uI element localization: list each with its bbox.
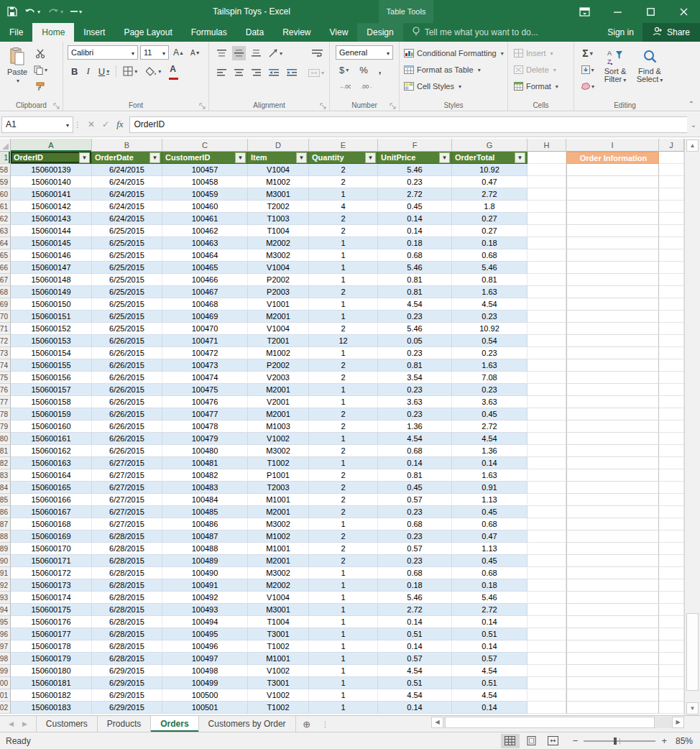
cell[interactable] [566,665,659,677]
cell[interactable]: 6/28/2015 [92,555,162,567]
cell[interactable]: 150600144 [11,225,92,237]
cell[interactable]: 4.54 [452,665,528,677]
cell[interactable]: 6/26/2015 [92,421,162,433]
row-header-499[interactable]: 499 [0,665,11,677]
cell[interactable] [659,592,684,604]
cell[interactable] [659,518,684,530]
cell[interactable]: 1 [309,298,378,311]
tab-page-layout[interactable]: Page Layout [114,23,181,42]
scroll-right-icon[interactable]: ▶ [672,717,684,728]
cell[interactable]: 6/25/2015 [92,262,162,274]
tab-formulas[interactable]: Formulas [182,23,236,42]
accounting-format-button[interactable]: $ [337,63,351,77]
cell[interactable] [528,616,566,628]
cell[interactable]: 100501 [162,702,248,714]
cell[interactable]: 6/24/2015 [92,188,162,201]
row-header-472[interactable]: 472 [0,335,11,347]
filter-button[interactable]: ▼ [296,152,307,163]
cell[interactable]: 150600145 [11,237,92,249]
cell[interactable]: 0.68 [378,249,452,262]
cell[interactable] [566,579,659,592]
cell[interactable]: 150600172 [11,567,92,579]
merge-center-button[interactable] [306,65,326,80]
cell[interactable]: 100491 [162,579,248,592]
cell[interactable] [566,616,659,628]
cell[interactable]: 0.45 [452,408,528,421]
filter-button[interactable]: ▼ [149,152,160,163]
cell[interactable] [659,335,684,347]
zoom-level[interactable]: 85% [674,736,700,746]
cell[interactable] [528,372,566,384]
cell[interactable]: 150600152 [11,323,92,335]
cell[interactable]: 6/27/2015 [92,457,162,469]
cell[interactable] [566,201,659,213]
clear-button[interactable] [579,79,597,93]
cell[interactable]: 150600159 [11,408,92,421]
cell[interactable]: 5.46 [452,592,528,604]
column-header-G[interactable]: G [452,139,528,152]
row-header-473[interactable]: 473 [0,347,11,359]
cell[interactable] [659,311,684,323]
normal-view-button[interactable] [501,734,520,748]
cell[interactable]: 1 [309,433,378,445]
cell[interactable] [659,323,684,335]
cell[interactable]: 1.13 [452,494,528,506]
cell[interactable]: 150600175 [11,604,92,616]
cell[interactable] [528,457,566,469]
cell[interactable]: 2 [309,286,378,298]
cell[interactable]: 1.63 [452,286,528,298]
cell[interactable]: 0.18 [452,237,528,249]
column-header-F[interactable]: F [378,139,452,152]
cell[interactable] [659,249,684,262]
cell[interactable]: M1001 [248,653,309,665]
cell[interactable] [659,494,684,506]
cell[interactable] [566,286,659,298]
insert-function-button[interactable]: fx [116,119,123,130]
table-header-cell-Item[interactable]: Item▼ [248,152,309,164]
cell[interactable] [566,225,659,237]
cell[interactable] [659,445,684,457]
cell[interactable] [566,469,659,482]
clipboard-dialog-launcher[interactable] [53,102,60,109]
cell[interactable] [659,579,684,592]
comma-style-button[interactable]: , [377,63,384,77]
cell[interactable] [659,347,684,359]
cell[interactable]: 6/29/2015 [92,677,162,689]
cell[interactable] [528,482,566,494]
cell[interactable] [566,188,659,201]
row-header-488[interactable]: 488 [0,530,11,543]
cell[interactable]: 5.46 [378,262,452,274]
cell[interactable]: 2 [309,359,378,372]
copy-icon[interactable] [32,63,50,77]
fill-color-button[interactable] [144,64,163,78]
cell[interactable] [659,188,684,201]
cell[interactable]: 0.23 [378,347,452,359]
cell[interactable]: 150600156 [11,372,92,384]
cell[interactable]: 100480 [162,445,248,457]
cell[interactable]: 0.68 [378,518,452,530]
cell[interactable] [528,677,566,689]
cell[interactable]: 2 [309,176,378,188]
cell[interactable]: 100467 [162,286,248,298]
cell[interactable] [566,543,659,555]
select-all-button[interactable] [0,139,11,151]
cell[interactable]: P2003 [248,286,309,298]
cell[interactable] [528,274,566,286]
cell[interactable]: 100466 [162,274,248,286]
tab-view[interactable]: View [321,23,358,42]
cell[interactable]: 6/25/2015 [92,311,162,323]
cell[interactable]: 150600166 [11,494,92,506]
cell[interactable]: 2 [309,543,378,555]
row-header-494[interactable]: 494 [0,604,11,616]
cell[interactable]: 12 [309,335,378,347]
cell[interactable]: 6/27/2015 [92,518,162,530]
cell[interactable]: 1.63 [452,469,528,482]
cell[interactable] [566,433,659,445]
cell[interactable]: 1 [309,702,378,714]
zoom-slider[interactable] [584,740,655,742]
cell[interactable]: 6/24/2015 [92,164,162,176]
cell[interactable]: 150600168 [11,518,92,530]
format-painter-icon[interactable] [32,79,50,93]
cell[interactable] [659,433,684,445]
cell[interactable]: M3001 [248,188,309,201]
